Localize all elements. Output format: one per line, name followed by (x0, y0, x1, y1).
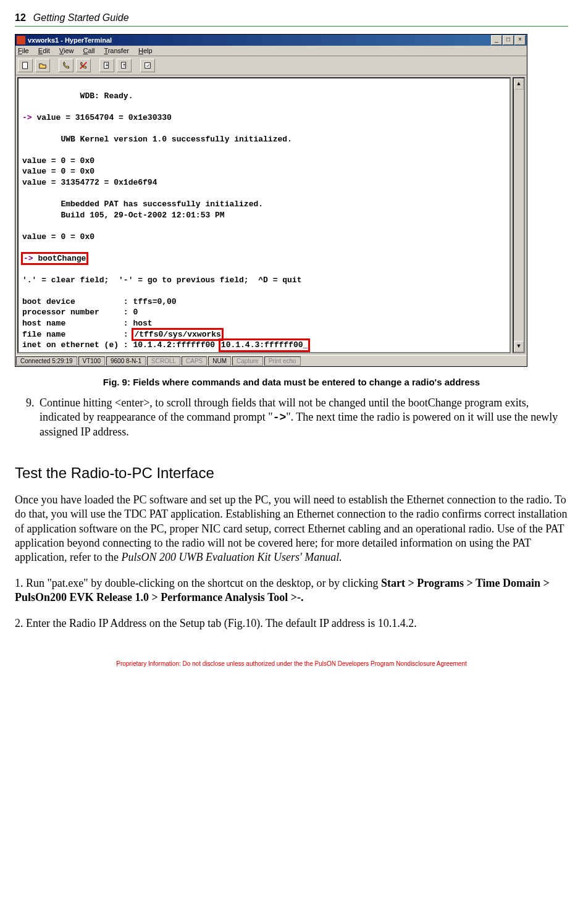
header-rule (15, 26, 568, 27)
status-scroll: SCROLL (147, 356, 180, 366)
status-emulation: VT100 (78, 356, 105, 366)
menu-call[interactable]: Call (83, 47, 95, 54)
scroll-up-icon[interactable]: ▲ (514, 78, 524, 90)
proprietary-footer: Proprietary Information: Do not disclose… (15, 660, 568, 667)
menu-edit[interactable]: Edit (38, 47, 50, 54)
close-button[interactable]: × (514, 35, 526, 45)
term-line: processor number : 0 (22, 308, 138, 317)
send-icon[interactable] (99, 59, 114, 72)
term-line: value = 31354772 = 0x1de6f94 (22, 178, 157, 187)
app-icon (17, 36, 25, 44)
term-line: inet on ethernet (e) : 10.1.4.2:ffffff00 (22, 340, 220, 350)
status-num: NUM (208, 356, 231, 366)
svg-rect-0 (23, 62, 28, 69)
open-icon[interactable] (35, 59, 50, 72)
page-header: 12 Getting Started Guide (15, 12, 568, 23)
titlebar: vxworks1 - HyperTerminal _ □ × (15, 35, 527, 46)
inet-highlight: 10.1.4.3:ffffff00_ (220, 340, 309, 351)
status-caps: CAPS (182, 356, 207, 366)
term-line: WDB: Ready. (22, 91, 133, 101)
minimize-button[interactable]: _ (491, 35, 502, 45)
step-2: 2. Enter the Radio IP Address on the Set… (15, 616, 568, 631)
window-title: vxworks1 - HyperTerminal (28, 36, 491, 44)
term-line: boot device : tffs=0,00 (22, 297, 177, 306)
scrollbar[interactable]: ▲ ▼ (513, 77, 525, 353)
properties-icon[interactable] (140, 59, 155, 72)
term-line: value = 0 = 0x0 (22, 232, 94, 242)
scroll-down-icon[interactable]: ▼ (514, 341, 524, 352)
toolbar (15, 56, 527, 75)
step-1: 1. Run "pat.exe" by double-clicking on t… (15, 576, 568, 605)
menu-transfer[interactable]: Transfer (104, 47, 129, 54)
step-9: Continue hitting <enter>, to scroll thro… (37, 396, 568, 440)
receive-icon[interactable] (117, 59, 132, 72)
statusbar: Connected 5:29:19 VT100 9600 8-N-1 SCROL… (15, 355, 527, 366)
call-icon[interactable] (59, 59, 73, 72)
status-connected: Connected 5:29:19 (16, 356, 77, 366)
status-echo: Print echo (264, 356, 301, 366)
section-heading: Test the Radio-to-PC Interface (15, 464, 568, 482)
term-line: file name : (22, 330, 133, 339)
maximize-button[interactable]: □ (503, 35, 514, 45)
bootchange-highlight: -> bootChange (22, 253, 87, 264)
term-line: value = 0 = 0x0 (22, 156, 94, 166)
svg-rect-3 (122, 62, 126, 69)
menubar: File Edit View Call Transfer Help (15, 46, 527, 56)
status-baud: 9600 8-N-1 (106, 356, 146, 366)
menu-help[interactable]: Help (138, 47, 153, 54)
term-line: '.' = clear field; '-' = go to previous … (22, 275, 301, 285)
term-line: Build 105, 29-Oct-2002 12:01:53 PM (22, 211, 225, 220)
figure-caption: Fig. 9: Fields where commands and data m… (15, 377, 568, 387)
section-intro: Once you have loaded the PC software and… (15, 493, 568, 565)
page-title: Getting Started Guide (33, 12, 129, 23)
page-number: 12 (15, 12, 26, 23)
term-line: host name : host (22, 319, 153, 328)
disconnect-icon[interactable] (76, 59, 91, 72)
term-line: value = 31654704 = 0x1e30330 (36, 113, 171, 122)
term-line: UWB Kernel version 1.0 successfully init… (22, 135, 292, 144)
svg-rect-4 (145, 63, 151, 69)
window: vxworks1 - HyperTerminal _ □ × File Edit… (15, 34, 527, 367)
term-line: Embedded PAT has successfully initialize… (22, 200, 263, 209)
menu-file[interactable]: File (18, 47, 29, 54)
prompt: -> (22, 113, 36, 122)
status-capture: Capture (232, 356, 263, 366)
filename-highlight: /tffs0/sys/vxworks (133, 329, 222, 340)
hyperterminal-screenshot: vxworks1 - HyperTerminal _ □ × File Edit… (15, 34, 568, 367)
terminal-pane[interactable]: WDB: Ready. -> value = 31654704 = 0x1e30… (17, 77, 511, 353)
term-line: value = 0 = 0x0 (22, 167, 94, 176)
new-icon[interactable] (18, 59, 33, 72)
menu-view[interactable]: View (59, 47, 74, 54)
